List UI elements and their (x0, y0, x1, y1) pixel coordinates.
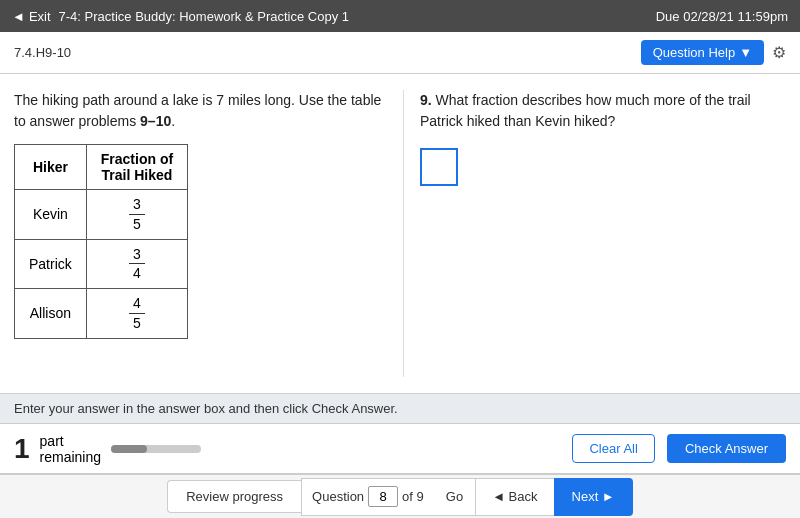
table-row: Allison 4 5 (15, 289, 188, 339)
table-row: Kevin 3 5 (15, 190, 188, 240)
col-fraction-line2: Trail Hiked (102, 167, 173, 183)
part-label-line1: part (40, 433, 101, 449)
hiker-name: Allison (15, 289, 87, 339)
main-content: The hiking path around a lake is 7 miles… (0, 74, 800, 394)
progress-bar-container (111, 445, 201, 453)
fraction-cell: 3 4 (86, 239, 187, 289)
footer-nav: Review progress Question of 9 Go ◄ Back … (0, 474, 800, 518)
numerator: 3 (129, 196, 145, 215)
go-button[interactable]: Go (434, 478, 475, 516)
problem-text-2: . (171, 113, 175, 129)
question-text: 9. What fraction describes how much more… (420, 90, 786, 132)
question-number-input[interactable] (368, 486, 398, 507)
question-number: 9. (420, 92, 432, 108)
answer-instruction: Enter your answer in the answer box and … (14, 401, 398, 416)
of-total-label: of 9 (402, 489, 424, 504)
gear-icon[interactable]: ⚙ (772, 43, 786, 62)
due-date: Due 02/28/21 11:59pm (656, 9, 788, 24)
denominator: 4 (129, 264, 145, 282)
check-answer-button[interactable]: Check Answer (667, 434, 786, 463)
next-button[interactable]: Next ► (554, 478, 633, 516)
question-body: What fraction describes how much more of… (420, 92, 751, 129)
hiker-name: Patrick (15, 239, 87, 289)
exit-label: Exit (29, 9, 51, 24)
left-panel: The hiking path around a lake is 7 miles… (14, 90, 404, 377)
progress-bar (111, 445, 147, 453)
problem-range: 9–10 (140, 113, 171, 129)
top-bar: ◄ Exit 7-4: Practice Buddy: Homework & P… (0, 0, 800, 32)
denominator: 5 (129, 314, 145, 332)
question-nav-label: Question (312, 489, 364, 504)
numerator: 3 (129, 246, 145, 265)
page-title: 7-4: Practice Buddy: Homework & Practice… (59, 9, 349, 24)
clear-all-button[interactable]: Clear All (572, 434, 654, 463)
sub-header: 7.4.H9-10 Question Help ▼ ⚙ (0, 32, 800, 74)
fraction-cell: 4 5 (86, 289, 187, 339)
back-button[interactable]: ◄ Back (475, 478, 553, 516)
denominator: 5 (129, 215, 145, 233)
review-progress-button[interactable]: Review progress (167, 480, 301, 513)
part-label: part remaining (40, 433, 101, 465)
numerator: 4 (129, 295, 145, 314)
action-buttons: Clear All Check Answer (572, 434, 786, 463)
chevron-down-icon: ▼ (739, 45, 752, 60)
fraction-cell: 3 5 (86, 190, 187, 240)
answer-input-box[interactable] (420, 148, 458, 186)
part-info: 1 part remaining (14, 433, 201, 465)
bottom-controls: 1 part remaining Clear All Check Answer (0, 424, 800, 474)
sub-header-right: Question Help ▼ ⚙ (641, 40, 786, 65)
fraction-display: 3 5 (101, 196, 173, 233)
col-fraction: Fraction of Trail Hiked (86, 145, 187, 190)
col-hiker: Hiker (15, 145, 87, 190)
col-fraction-line1: Fraction of (101, 151, 173, 167)
part-number: 1 (14, 433, 30, 465)
exit-arrow-icon: ◄ (12, 9, 25, 24)
right-panel: 9. What fraction describes how much more… (404, 90, 786, 377)
fraction-display: 4 5 (101, 295, 173, 332)
answer-area: Enter your answer in the answer box and … (0, 394, 800, 424)
problem-text-1: The hiking path around a lake is 7 miles… (14, 92, 381, 129)
hiker-name: Kevin (15, 190, 87, 240)
hiker-table: Hiker Fraction of Trail Hiked Kevin 3 5 (14, 144, 188, 339)
top-bar-left: ◄ Exit 7-4: Practice Buddy: Homework & P… (12, 9, 349, 24)
fraction-display: 3 4 (101, 246, 173, 283)
question-help-button[interactable]: Question Help ▼ (641, 40, 764, 65)
question-nav: Question of 9 (301, 478, 434, 516)
question-help-label: Question Help (653, 45, 735, 60)
part-label-line2: remaining (40, 449, 101, 465)
section-label: 7.4.H9-10 (14, 45, 71, 60)
table-row: Patrick 3 4 (15, 239, 188, 289)
problem-text: The hiking path around a lake is 7 miles… (14, 90, 387, 132)
exit-button[interactable]: ◄ Exit (12, 9, 51, 24)
